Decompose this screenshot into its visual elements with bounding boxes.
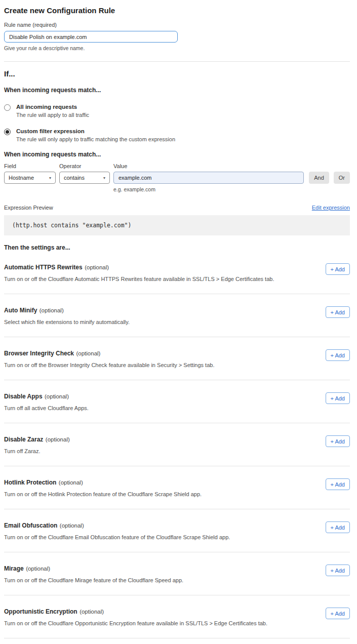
setting-item-polish-expanded: ✕ Polish (optional) Change the settings … — [4, 638, 350, 644]
setting-name: Hotlink Protection — [4, 479, 56, 486]
incoming-requests-match-heading: When incoming requests match... — [4, 87, 350, 94]
setting-description: Turn on or off the Browser Integrity Che… — [4, 362, 214, 368]
setting-optional-tag: (optional) — [60, 522, 84, 529]
setting-info: Automatic HTTPS Rewrites (optional) Turn… — [4, 262, 274, 282]
setting-description: Turn on or off the Cloudflare Automatic … — [4, 276, 274, 282]
setting-name: Email Obfuscation — [4, 522, 57, 529]
operator-label: Operator — [59, 163, 110, 169]
radio-option-description: The rule will only apply to traffic matc… — [16, 136, 175, 142]
setting-name: Auto Minify — [4, 307, 37, 314]
setting-description: Turn off all active Cloudflare Apps. — [4, 405, 89, 411]
setting-info: Disable Zaraz (optional) Turn off Zaraz. — [4, 434, 70, 454]
setting-info: Browser Integrity Check (optional) Turn … — [4, 348, 214, 368]
value-input[interactable] — [113, 172, 304, 184]
expression-builder-row: Field Hostname ▾ Operator contains ▾ Val… — [4, 163, 350, 192]
radio-option-label: Custom filter expression — [16, 128, 175, 134]
add-setting-button[interactable]: + Add — [326, 349, 350, 361]
field-column: Field Hostname ▾ — [4, 163, 56, 184]
setting-item-disable-apps: Disable Apps (optional) Turn off all act… — [4, 380, 350, 423]
setting-name: Automatic HTTPS Rewrites — [4, 264, 83, 271]
add-setting-button[interactable]: + Add — [326, 306, 350, 318]
setting-optional-tag: (optional) — [26, 566, 50, 572]
setting-description: Select which file extensions to minify a… — [4, 319, 130, 325]
setting-info: Hotlink Protection (optional) Turn on or… — [4, 477, 202, 497]
expression-preview-label: Expression Preview — [4, 205, 53, 211]
add-setting-button[interactable]: + Add — [326, 263, 350, 275]
if-heading: If... — [4, 69, 350, 78]
settings-list: Automatic HTTPS Rewrites (optional) Turn… — [4, 251, 350, 638]
setting-optional-tag: (optional) — [45, 393, 69, 399]
expression-preview-header: Expression Preview Edit expression — [4, 205, 350, 211]
radio-option-label: All incoming requests — [16, 104, 89, 110]
radio-option-text: All incoming requests The rule will appl… — [16, 104, 89, 118]
add-setting-button[interactable]: + Add — [326, 565, 350, 576]
request-match-radio-group: All incoming requests The rule will appl… — [4, 104, 350, 142]
setting-info: Opportunistic Encryption (optional) Turn… — [4, 607, 267, 626]
setting-description: Turn off Zaraz. — [4, 448, 70, 454]
field-select-value: Hostname — [9, 175, 34, 181]
radio-unselected-icon[interactable] — [4, 104, 11, 111]
add-setting-button[interactable]: + Add — [326, 478, 350, 490]
setting-item-browser-integrity-check: Browser Integrity Check (optional) Turn … — [4, 337, 350, 380]
setting-name: Mirage — [4, 565, 24, 572]
or-button[interactable]: Or — [334, 172, 350, 184]
create-configuration-rule-form: Create new Configuration Rule Rule name … — [0, 0, 357, 644]
setting-item-disable-zaraz: Disable Zaraz (optional) Turn off Zaraz.… — [4, 423, 350, 466]
then-settings-heading: Then the settings are... — [4, 244, 350, 251]
setting-info: Auto Minify (optional) Select which file… — [4, 305, 130, 325]
setting-description: Turn on or off the Cloudflare Opportunis… — [4, 620, 267, 626]
radio-option-text: Custom filter expression The rule will o… — [16, 128, 175, 142]
setting-description: Turn on or off the Hotlink Protection fe… — [4, 491, 202, 497]
value-label: Value — [113, 163, 304, 169]
radio-option-all-incoming-requests[interactable]: All incoming requests The rule will appl… — [4, 104, 350, 118]
setting-info: Email Obfuscation (optional) Turn on or … — [4, 520, 230, 540]
setting-name: Browser Integrity Check — [4, 350, 74, 357]
setting-item-mirage: Mirage (optional) Turn on or off the Clo… — [4, 552, 350, 595]
section-divider — [4, 61, 350, 62]
setting-item-email-obfuscation: Email Obfuscation (optional) Turn on or … — [4, 509, 350, 552]
setting-name: Disable Zaraz — [4, 436, 43, 443]
operator-select-value: contains — [64, 175, 85, 181]
expression-code-text: (http.host contains "example.com") — [12, 222, 131, 229]
setting-optional-tag: (optional) — [76, 350, 101, 356]
operator-column: Operator contains ▾ — [59, 163, 110, 184]
setting-info: Disable Apps (optional) Turn off all act… — [4, 391, 89, 411]
value-column: Value e.g. example.com — [113, 163, 304, 192]
add-setting-button[interactable]: + Add — [326, 435, 350, 447]
setting-description: Turn on or off the Cloudflare Mirage fea… — [4, 577, 183, 583]
setting-item-auto-minify: Auto Minify (optional) Select which file… — [4, 294, 350, 337]
setting-info: Mirage (optional) Turn on or off the Clo… — [4, 564, 183, 583]
chevron-down-icon: ▾ — [49, 176, 51, 180]
add-setting-button[interactable]: + Add — [326, 521, 350, 533]
field-label: Field — [4, 163, 56, 169]
setting-item-automatic-https-rewrites: Automatic HTTPS Rewrites (optional) Turn… — [4, 251, 350, 294]
rule-name-label: Rule name (required) — [4, 22, 350, 28]
setting-optional-tag: (optional) — [39, 307, 64, 313]
setting-optional-tag: (optional) — [59, 479, 83, 486]
page-title: Create new Configuration Rule — [4, 6, 350, 15]
rule-name-helper: Give your rule a descriptive name. — [4, 45, 350, 51]
setting-optional-tag: (optional) — [80, 609, 104, 615]
radio-selected-icon[interactable] — [4, 129, 11, 135]
radio-option-description: The rule will apply to all traffic — [16, 112, 89, 118]
setting-name: Disable Apps — [4, 393, 43, 400]
operator-select[interactable]: contains ▾ — [59, 172, 110, 184]
edit-expression-link[interactable]: Edit expression — [312, 205, 350, 211]
expression-builder-heading: When incoming requests match... — [4, 151, 350, 158]
setting-name: Opportunistic Encryption — [4, 608, 77, 615]
setting-item-opportunistic-encryption: Opportunistic Encryption (optional) Turn… — [4, 595, 350, 638]
setting-optional-tag: (optional) — [85, 264, 109, 270]
setting-optional-tag: (optional) — [46, 436, 70, 442]
expression-connector-buttons: And Or — [309, 163, 350, 184]
add-setting-button[interactable]: + Add — [326, 392, 350, 404]
and-button[interactable]: And — [309, 172, 329, 184]
radio-option-custom-filter-expression[interactable]: Custom filter expression The rule will o… — [4, 128, 350, 142]
setting-description: Turn on or off the Cloudflare Email Obfu… — [4, 534, 230, 540]
setting-item-hotlink-protection: Hotlink Protection (optional) Turn on or… — [4, 466, 350, 509]
value-helper: e.g. example.com — [113, 186, 304, 192]
chevron-down-icon: ▾ — [103, 176, 105, 180]
field-select[interactable]: Hostname ▾ — [4, 172, 56, 184]
rule-name-input[interactable] — [4, 31, 178, 43]
expression-preview-code: (http.host contains "example.com") — [4, 215, 350, 235]
add-setting-button[interactable]: + Add — [326, 608, 350, 619]
